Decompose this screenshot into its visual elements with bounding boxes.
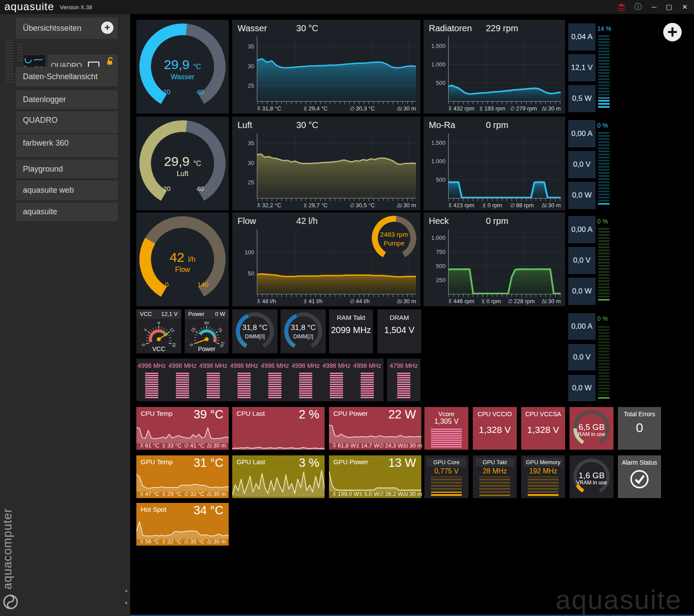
extra-current-tile[interactable]: 0,00 A [568, 313, 595, 340]
heck-power-tile[interactable]: 0,0 W [568, 278, 595, 305]
luft-gauge-tile[interactable]: 29,9 °C Luft 20 40 [136, 117, 229, 210]
ram-takt-tile[interactable]: RAM Takt 2099 MHz [329, 309, 373, 353]
power-dial-tile[interactable]: Power 0 W 0255075100 Power [185, 309, 229, 353]
hot-spot-chart [136, 518, 229, 539]
gpu-core-tile[interactable]: GPU Core 0,775 V [424, 455, 468, 498]
dial-name: VCC [140, 311, 152, 319]
dram-tile[interactable]: DRAM 1,504 V [377, 309, 421, 353]
core-cell: 4998 MHz [352, 359, 383, 401]
core-bar [237, 373, 251, 398]
cpu-power-chart [329, 422, 421, 443]
gauge-max: 40 [197, 88, 204, 95]
chart-stats: ⊼56 °C ⊻32 °C ∅35 °C Δt30 m [140, 538, 226, 545]
layers-icon[interactable] [615, 0, 628, 14]
pumpe-inset-gauge: 2483 rpm Pumpe [371, 215, 417, 261]
dimm0-tile[interactable]: 31,8 °C DIMM[0] [232, 309, 278, 353]
luft-chart-tile[interactable]: Luft 30 °C 353025 ⊼32,2 °C ⊻29,7 °C ∅30,… [232, 117, 420, 210]
gpu-power-tile[interactable]: GPU Power 13 W ⊼199,0 W ⊻5,0 W ∅26,2 W Δ… [329, 455, 421, 498]
heck-chart-tile[interactable]: Heck 0 rpm 1.000750500250 ⊼446 rpm ⊻0 rp… [424, 213, 565, 306]
cpu-last-tile[interactable]: CPU Last 2 % [232, 407, 325, 450]
tile-title: Total Errors [618, 411, 661, 418]
sidebar-scrollbar[interactable]: ▲ ▼ [123, 588, 129, 612]
chart-title: Mo-Ra [429, 120, 455, 130]
unlock-icon[interactable] [106, 57, 114, 66]
heck-current-tile[interactable]: 0,00 A [568, 216, 595, 243]
core-cell: 4998 MHz [290, 359, 321, 401]
dial-label: Power [185, 345, 229, 352]
minimize-button[interactable]: ─ [647, 0, 661, 14]
gauge-label: Wasser [136, 73, 229, 81]
dial-label: VCC [136, 345, 181, 352]
gauge-min: 20 [163, 185, 171, 192]
sidebar-item-playground[interactable]: Playground [16, 160, 118, 178]
overview-header-label: Übersichtsseiten [23, 24, 81, 33]
core-bar [397, 373, 410, 398]
maximize-button[interactable]: ▢ [662, 0, 676, 14]
radiatoren-percent-bar [598, 34, 610, 108]
alarm-status-tile[interactable]: Alarm Status [618, 455, 661, 498]
radiatoren-current-tile[interactable]: 0,04 A [568, 23, 595, 51]
sidebar-item-aquasuite-web[interactable]: aquasuite web [16, 180, 118, 200]
aquacomputer-brand: aquacomputer [1, 508, 15, 590]
scroll-down-icon[interactable]: ▼ [123, 601, 129, 605]
vram-in-use-tile[interactable]: 1,6 GB VRAM in use [570, 455, 614, 498]
cpu-vccio-tile[interactable]: CPU VCCIO 1,328 V [473, 407, 517, 450]
dimm2-tile[interactable]: 31,8 °C DIMM[2] [281, 309, 326, 353]
app-logo: aquasuite [4, 0, 54, 13]
sidebar-item-quadro[interactable]: QUADRO [16, 111, 118, 133]
add-widget-button[interactable]: + [663, 23, 682, 41]
cpu-temp-tile[interactable]: CPU Temp 39 °C ⊼61 °C ⊻33 °C ∅41 °C Δt30… [136, 407, 229, 450]
cpu-power-tile[interactable]: CPU Power 22 W ⊼61,8 W ⊻14,7 W ∅24,3 W Δ… [329, 407, 421, 450]
vcc-dial-tile[interactable]: VCC 12,1 V 0481216 VCC [136, 309, 181, 353]
gpu-takt-tile[interactable]: GPU Takt 28 MHz [473, 455, 517, 498]
wasser-chart-tile[interactable]: Wasser 30 °C 353025 ⊼31,8 °C ⊻29,4 °C ∅3… [232, 20, 420, 114]
sidebar-item-daten-schnellansicht[interactable]: Daten-Schnellansicht [16, 67, 118, 86]
sidebar-item-aquasuite[interactable]: aquasuite [16, 202, 118, 221]
extra-power-tile[interactable]: 0,0 W [568, 375, 595, 401]
gpu-memory-tile[interactable]: GPU Memory 192 MHz [521, 455, 565, 498]
heck-percent-label: 0 % [597, 218, 608, 225]
gauge-value: 29,9 [164, 57, 190, 72]
drag-handle-dots[interactable] [18, 43, 22, 62]
core-bar [268, 373, 281, 398]
cpu-vccsa-tile[interactable]: CPU VCCSA 1,328 V [521, 407, 565, 450]
chart-value: 0 rpm [486, 120, 508, 130]
core-bar [207, 373, 220, 398]
chart-value: 30 °C [296, 120, 318, 130]
total-errors-tile[interactable]: Total Errors 0 [618, 407, 661, 450]
sidebar-item-farbwerk-360[interactable]: farbwerk 360 [16, 134, 118, 157]
info-icon[interactable]: ⓘ [632, 0, 645, 14]
flow-gauge-tile[interactable]: 42 l/h Flow 0 140 [136, 213, 229, 306]
gpu-temp-tile[interactable]: GPU Temp 31 °C ⊼47 °C ⊻29 °C ∅32 °C Δt30… [136, 455, 229, 498]
svg-text:25: 25 [190, 326, 197, 333]
mora-chart-tile[interactable]: Mo-Ra 0 rpm 1.5001.000500 ⊼423 rpm ⊻0 rp… [424, 117, 565, 210]
ram-in-use-tile[interactable]: 6,5 GB RAM in use [570, 407, 614, 450]
sidebar-item-datenlogger[interactable]: Datenlogger [16, 90, 118, 109]
vcore-tile[interactable]: Vcore 1,305 V [424, 407, 468, 450]
cpu-core-extra-tile[interactable]: 4798 MHz [387, 359, 420, 401]
gpu-last-tile[interactable]: GPU Last 3 % [232, 455, 325, 498]
mora-current-tile[interactable]: 0,00 A [568, 120, 595, 147]
dimm2-label: DIMM[2] [281, 334, 326, 340]
core-freq: 4998 MHz [136, 362, 167, 369]
cpu-cores-tile[interactable]: 4998 MHz 4998 MHz 4998 MHz 4998 MHz 4998… [136, 359, 384, 401]
vcore-bar [431, 428, 462, 447]
tile-title: GPU Last [237, 458, 265, 466]
pumpe-value: 2483 rpm [371, 231, 417, 238]
heck-voltage-tile[interactable]: 0,0 V [568, 247, 595, 274]
close-button[interactable]: ✕ [678, 0, 691, 14]
radiatoren-chart-tile[interactable]: Radiatoren 229 rpm 1.5001.000500 ⊼432 rp… [424, 20, 565, 114]
scroll-up-icon[interactable]: ▲ [123, 588, 129, 593]
extra-voltage-tile[interactable]: 0,0 V [568, 344, 595, 370]
flow-chart-tile[interactable]: Flow 42 l/h 10050 ⊼48 l/h ⊻41 l/h ∅44 l/… [232, 213, 420, 306]
chart-title: Heck [429, 216, 449, 226]
chart-stats: ⊼47 °C ⊻29 °C ∅32 °C Δt30 m [140, 491, 226, 497]
wasser-gauge-tile[interactable]: 29,9 °C Wasser 20 40 [136, 20, 229, 114]
radiatoren-voltage-tile[interactable]: 12,1 V [568, 54, 595, 81]
tile-title: GPU Temp [141, 458, 173, 466]
mora-voltage-tile[interactable]: 0,0 V [568, 151, 595, 178]
hot-spot-tile[interactable]: Hot Spot 34 °C ⊼56 °C ⊻32 °C ∅35 °C Δt30… [136, 503, 229, 546]
radiatoren-power-tile[interactable]: 0,5 W [568, 85, 595, 112]
add-page-button[interactable]: + [101, 22, 113, 34]
mora-power-tile[interactable]: 0,0 W [568, 182, 595, 209]
